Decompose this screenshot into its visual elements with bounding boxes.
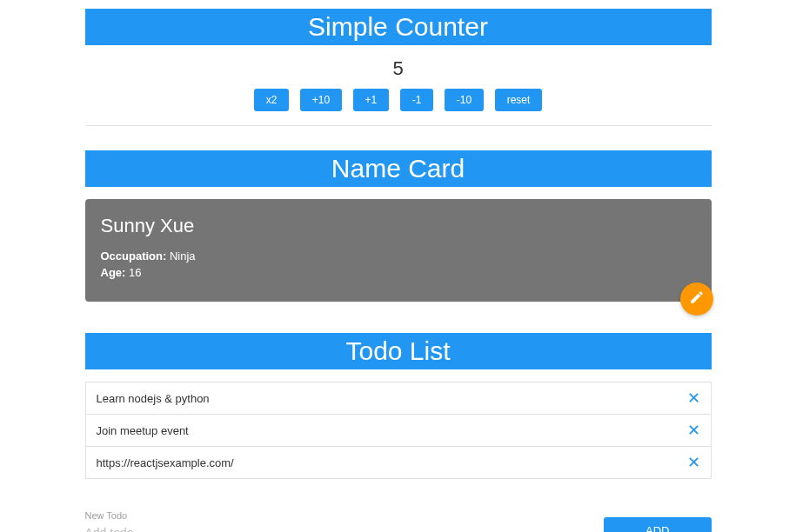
- todo-item: Join meetup event ✕: [85, 415, 712, 447]
- age-label: Age:: [101, 266, 126, 279]
- name-card-name: Sunny Xue: [101, 215, 696, 237]
- name-card-occupation: Occupation: Ninja: [101, 249, 696, 263]
- todo-list: Learn nodejs & python ✕ Join meetup even…: [85, 382, 712, 479]
- counter-btn-x2[interactable]: x2: [254, 89, 290, 111]
- counter-btn-plus10[interactable]: +10: [300, 89, 342, 111]
- todo-text: Join meetup event: [97, 424, 189, 437]
- edit-button[interactable]: [680, 283, 713, 316]
- todo-input-wrap: New Todo: [85, 510, 587, 532]
- counter-btn-minus10[interactable]: -10: [445, 89, 484, 111]
- add-button[interactable]: ADD: [604, 517, 711, 532]
- namecard-title: Name Card: [85, 150, 712, 187]
- todo-input-label: New Todo: [85, 510, 587, 521]
- todo-delete-icon[interactable]: ✕: [687, 390, 700, 406]
- occupation-label: Occupation:: [101, 249, 167, 263]
- pencil-icon: [689, 289, 705, 309]
- todo-text: Learn nodejs & python: [97, 392, 210, 405]
- name-card-age: Age: 16: [101, 266, 696, 279]
- todo-delete-icon[interactable]: ✕: [687, 422, 700, 438]
- todo-input[interactable]: [85, 522, 587, 532]
- todo-title: Todo List: [85, 333, 712, 369]
- counter-value: 5: [85, 57, 712, 80]
- divider: [85, 125, 712, 126]
- todo-text: https://reactjsexample.com/: [97, 456, 234, 469]
- counter-title: Simple Counter: [85, 9, 712, 45]
- todo-delete-icon[interactable]: ✕: [687, 455, 700, 470]
- name-card: Sunny Xue Occupation: Ninja Age: 16: [85, 199, 712, 302]
- counter-buttons: x2 +10 +1 -1 -10 reset: [85, 89, 712, 111]
- todo-add-row: New Todo ADD: [85, 510, 712, 532]
- todo-item: Learn nodejs & python ✕: [85, 382, 712, 415]
- counter-btn-reset[interactable]: reset: [495, 89, 543, 111]
- counter-btn-minus1[interactable]: -1: [400, 89, 434, 111]
- age-value: 16: [129, 266, 141, 279]
- todo-item: https://reactjsexample.com/ ✕: [85, 447, 712, 479]
- counter-btn-plus1[interactable]: +1: [353, 89, 390, 111]
- occupation-value: Ninja: [170, 249, 196, 263]
